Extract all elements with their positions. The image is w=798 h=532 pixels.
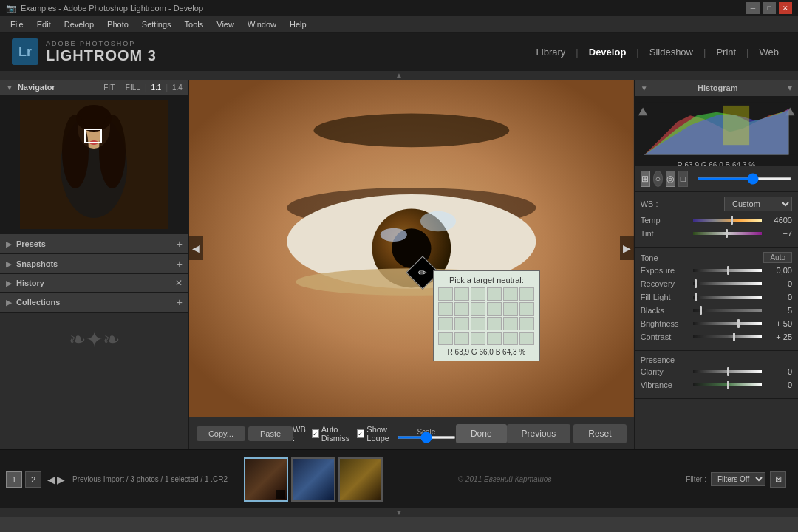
grid-cell[interactable]	[438, 332, 453, 345]
filmstrip-expand-icon[interactable]: ⊠	[770, 471, 786, 488]
presets-add-button[interactable]: +	[177, 238, 183, 250]
contrast-slider[interactable]	[693, 335, 762, 338]
paste-button[interactable]: Paste	[248, 426, 293, 441]
copy-button[interactable]: Copy...	[197, 426, 245, 441]
exposure-slider[interactable]	[693, 269, 762, 272]
tint-row: Tint −7	[641, 229, 792, 238]
image-next-arrow[interactable]: ▶	[620, 236, 634, 260]
reset-button[interactable]: Reset	[573, 424, 626, 443]
menu-edit[interactable]: Edit	[31, 18, 57, 30]
nav-library[interactable]: Library	[529, 44, 573, 61]
clarity-slider[interactable]	[693, 370, 762, 373]
image-previous-arrow[interactable]: ◀	[189, 236, 203, 260]
target-mode-icon[interactable]: ◎	[666, 171, 675, 187]
auto-dismiss-checkbox[interactable]	[312, 429, 319, 438]
filter-dropdown[interactable]: Filters Off Rated Flagged	[711, 472, 765, 486]
nav-develop[interactable]: Develop	[582, 44, 634, 61]
grid-cell[interactable]	[503, 332, 518, 345]
grid-cell[interactable]	[438, 317, 453, 330]
zoom-1-1[interactable]: 1:1	[151, 83, 161, 92]
fill-light-label: Fill Light	[641, 293, 689, 301]
mode-slider[interactable]	[697, 177, 792, 180]
grid-cell[interactable]	[487, 317, 502, 330]
zoom-fit[interactable]: FIT	[103, 83, 115, 92]
snapshots-add-button[interactable]: +	[177, 258, 183, 270]
scale-slider[interactable]	[397, 436, 456, 439]
zoom-1-4[interactable]: 1:4	[172, 83, 183, 92]
menu-develop[interactable]: Develop	[58, 18, 100, 30]
collections-header[interactable]: ▶ Collections +	[0, 293, 188, 312]
vibrance-slider[interactable]	[693, 383, 762, 386]
square-mode-icon[interactable]: □	[678, 171, 688, 187]
bottom-expand-arrow[interactable]: ▼	[0, 508, 798, 517]
filmstrip-next-icon[interactable]: ▶	[57, 474, 65, 485]
grid-cell[interactable]	[519, 302, 534, 316]
nav-print[interactable]: Print	[709, 44, 743, 61]
grid-cell[interactable]	[471, 287, 485, 301]
menu-help[interactable]: Help	[284, 18, 313, 30]
done-button[interactable]: Done	[456, 424, 507, 443]
filmstrip-thumb-1[interactable]	[244, 457, 288, 502]
nav-web[interactable]: Web	[752, 44, 787, 61]
top-expand-arrow[interactable]: ▲	[0, 71, 798, 80]
grid-cell[interactable]	[471, 332, 485, 345]
menu-photo[interactable]: Photo	[101, 18, 134, 30]
zoom-fill[interactable]: FILL	[126, 83, 140, 92]
histogram-menu-icon[interactable]: ▾	[788, 83, 792, 93]
show-loupe-checkbox[interactable]	[357, 429, 364, 438]
filmstrip-thumb-2[interactable]	[291, 457, 335, 502]
grid-cell[interactable]	[438, 287, 453, 301]
grid-cell[interactable]	[519, 332, 534, 345]
tint-slider[interactable]	[693, 232, 762, 235]
circle-mode-icon[interactable]: ○	[653, 171, 663, 187]
histogram-collapse-arrow[interactable]: ▼	[641, 84, 648, 92]
menu-window[interactable]: Window	[242, 18, 282, 30]
presets-header[interactable]: ▶ Presets +	[0, 234, 188, 253]
wb-dropdown[interactable]: Custom As Shot Auto Daylight Cloudy Shad…	[724, 197, 792, 211]
grid-cell[interactable]	[471, 302, 485, 316]
menu-file[interactable]: File	[4, 18, 30, 30]
grid-cell[interactable]	[438, 302, 453, 316]
temp-slider[interactable]	[693, 219, 762, 222]
previous-button[interactable]: Previous	[507, 424, 571, 443]
grid-cell[interactable]	[454, 332, 469, 345]
close-button[interactable]: ✕	[779, 2, 792, 14]
grid-cell[interactable]	[503, 287, 518, 301]
grid-cell[interactable]	[454, 317, 469, 330]
grid-cell[interactable]	[503, 317, 518, 330]
navigator-preview[interactable]	[0, 95, 188, 233]
snapshots-header[interactable]: ▶ Snapshots +	[0, 254, 188, 273]
grid-cell[interactable]	[519, 287, 534, 301]
filmstrip-prev-icon[interactable]: ◀	[47, 474, 55, 485]
filmstrip-page-2[interactable]: 2	[25, 471, 41, 488]
filmstrip-page-1[interactable]: 1	[6, 471, 22, 488]
fill-light-slider[interactable]	[693, 296, 762, 299]
recovery-slider[interactable]	[693, 282, 762, 285]
pick-neutral-grid[interactable]	[438, 287, 535, 345]
menu-settings[interactable]: Settings	[136, 18, 177, 30]
maximize-button[interactable]: □	[763, 2, 776, 14]
blacks-slider[interactable]	[693, 309, 762, 312]
grid-cell[interactable]	[487, 332, 502, 345]
grid-mode-icon[interactable]: ⊞	[641, 171, 650, 187]
tint-label: Tint	[641, 229, 689, 238]
collections-add-button[interactable]: +	[177, 296, 183, 308]
grid-cell[interactable]	[519, 317, 534, 330]
menu-view[interactable]: View	[211, 18, 240, 30]
grid-cell[interactable]	[503, 302, 518, 316]
history-header[interactable]: ▶ History ✕	[0, 274, 188, 292]
tone-auto-button[interactable]: Auto	[763, 252, 792, 263]
grid-cell[interactable]	[487, 287, 502, 301]
grid-cell[interactable]	[471, 317, 485, 330]
brightness-slider[interactable]	[693, 322, 762, 325]
history-clear-button[interactable]: ✕	[175, 278, 183, 288]
grid-cell[interactable]	[487, 302, 502, 316]
menu-tools[interactable]: Tools	[179, 18, 210, 30]
grid-cell[interactable]	[454, 287, 469, 301]
minimize-button[interactable]: ─	[746, 2, 760, 14]
grid-cell[interactable]	[454, 302, 469, 316]
filmstrip-thumb-3[interactable]	[338, 457, 383, 502]
blacks-row: Blacks 5	[641, 306, 792, 315]
navigator-collapse-arrow[interactable]: ▼	[6, 83, 13, 92]
nav-slideshow[interactable]: Slideshow	[642, 44, 700, 61]
